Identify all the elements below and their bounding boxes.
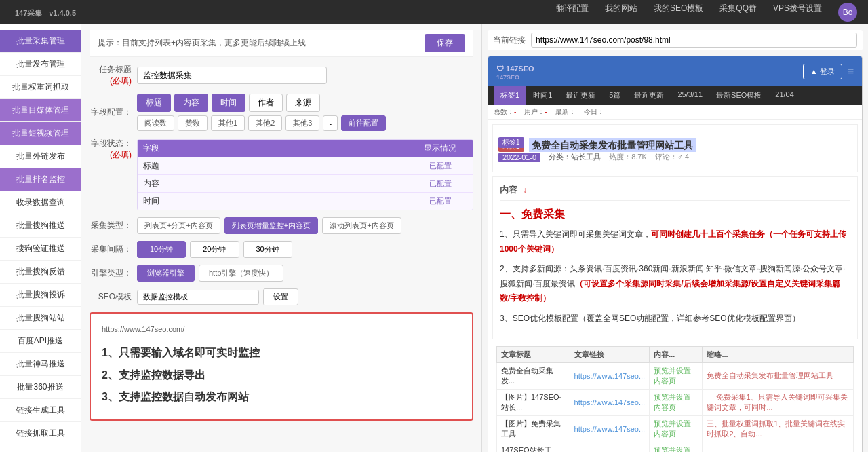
site-login-btn[interactable]: ▲ 登录: [803, 64, 842, 79]
nav-item-tag1[interactable]: 标签1: [494, 86, 526, 105]
field-buttons: 标题 内容 时间 作者 来源: [137, 94, 473, 112]
row1-action-link[interactable]: 预览并设置内容页: [654, 393, 691, 411]
seo-set-button[interactable]: 设置: [263, 288, 298, 305]
sidebar-item-publish[interactable]: 批量发布管理: [0, 53, 81, 76]
field-btn-title[interactable]: 标题: [137, 94, 171, 112]
row2-url-link[interactable]: https://www.147seo...: [574, 425, 646, 433]
field-btn-other2[interactable]: 其他2: [248, 115, 282, 131]
row1-url-link[interactable]: https://www.147seo...: [574, 398, 646, 407]
article-meta: 2022-01-0 分类：站长工具 热度：8.7K 评论：♂ 4: [498, 152, 852, 162]
sidebar-item-link-fetch[interactable]: 链接抓取工具: [0, 422, 81, 445]
row2-action-link[interactable]: 预览并设置内容页: [654, 419, 691, 438]
nav-item-date[interactable]: 25/3/11: [671, 86, 709, 105]
sidebar-item-media[interactable]: 批量目媒体管理: [0, 99, 81, 122]
nav-link-seo[interactable]: 我的SEO模板: [654, 3, 703, 22]
row3-url: https://www.147seo...: [570, 442, 650, 452]
site-preview: 🛡 147SEO 147SEO ▲ 登录 ≡ 标签1 时间1 最近更新 5篇 最…: [488, 56, 863, 452]
field-btn-content[interactable]: 内容: [174, 94, 208, 112]
preview-url: https://www.147seo.com/: [102, 323, 461, 337]
sidebar-item-360[interactable]: 批量360推送: [0, 376, 81, 399]
sidebar-item-collect[interactable]: 批量采集管理: [0, 30, 81, 53]
field-btn-source[interactable]: 来源: [286, 94, 320, 112]
nav-item-time1[interactable]: 时间1: [526, 86, 559, 105]
interval-10[interactable]: 10分钟: [137, 241, 186, 258]
nav-item-recent[interactable]: 最近更新: [559, 86, 602, 105]
minus-button[interactable]: -: [323, 115, 338, 131]
stat-user: 用户：-: [524, 107, 547, 117]
sidebar-item-weight[interactable]: 批量权重词抓取: [0, 76, 81, 99]
stat-latest: 最新：: [555, 107, 576, 117]
sidebar-item-sogou-station[interactable]: 批量搜狗站站: [0, 307, 81, 330]
nav-item-5[interactable]: 5篇: [602, 86, 627, 105]
interval-30[interactable]: 30分钟: [243, 241, 292, 258]
table-row-2: 【图片】免费采集工具 https://www.147seo... 预览并设置内容…: [497, 415, 854, 442]
nav-link-vps[interactable]: VPS拨号设置: [773, 3, 822, 22]
field-btn-other3[interactable]: 其他3: [285, 115, 319, 131]
sidebar-item-shenma[interactable]: 批量神马推送: [0, 353, 81, 376]
row3-action-link[interactable]: 预览并设置内容页: [654, 446, 691, 452]
content-h1: 一、免费采集: [500, 208, 850, 222]
site-menu-icon[interactable]: ≡: [848, 65, 854, 77]
nav-item-recent2[interactable]: 最近更新: [627, 86, 671, 105]
user-avatar[interactable]: Bo: [838, 3, 857, 22]
sidebar-item-link-gen[interactable]: 链接生成工具: [0, 399, 81, 422]
article-date-badge: 2022-01-0: [498, 153, 540, 162]
seo-template-input[interactable]: [137, 290, 259, 305]
preview-item-2: 3、支持监控数据自动发布网站: [102, 388, 461, 407]
sidebar-item-sogou-feedback[interactable]: 批量搜狗反馈: [0, 261, 81, 284]
row3-title: 147SEO站长工具...: [497, 442, 570, 452]
site-header: 🛡 147SEO 147SEO ▲ 登录 ≡: [488, 56, 862, 86]
collect-type-value: 列表页+分页+内容页 列表页增量监控+内容页 滚动列表页+内容页: [137, 217, 473, 234]
row0-content: 免费全自动采集发布批量管理网站工具: [703, 362, 854, 389]
task-title-row: 任务标题(必填): [90, 64, 473, 87]
stat-today: 今日：: [584, 107, 604, 117]
ct-scroll-content[interactable]: 滚动列表页+内容页: [322, 217, 401, 234]
row1-content: — 免费采集1、只需导入关键词即可采集关键词文章，可同时...: [703, 389, 854, 415]
sidebar-item-included[interactable]: 收录数据查询: [0, 191, 81, 214]
sidebar-item-sogou-complaint[interactable]: 批量搜狗投诉: [0, 284, 81, 307]
sidebar-item-baidu-api[interactable]: 百度API推送: [0, 330, 81, 353]
field-btn-other1[interactable]: 其他1: [211, 115, 245, 131]
sidebar-item-monitor[interactable]: 批量排名监控: [0, 168, 81, 191]
seo-template-label: SEO模板: [90, 291, 137, 303]
field-btn-likes[interactable]: 赞数: [178, 115, 208, 131]
task-title-value: [137, 67, 473, 84]
collect-type-label: 采集类型：: [90, 220, 137, 231]
nav-link-translate[interactable]: 翻译配置: [556, 3, 589, 22]
field-btn-reads[interactable]: 阅读数: [137, 115, 174, 131]
url-input[interactable]: [531, 33, 857, 48]
content-para1: 1、只需导入关键词即可采集关键词文章，可同时创建几十上百个采集任务（一个任务可支…: [500, 227, 850, 257]
sidebar-item-video[interactable]: 批量短视频管理: [0, 122, 81, 145]
hint-bar: 提示：目前支持列表+内容页采集，更多更能后续陆续上线 保存: [90, 30, 473, 57]
engine-browser[interactable]: 浏览器引擎: [137, 265, 195, 282]
row0-url-link[interactable]: https://www.147seo...: [574, 372, 646, 380]
nav-link-mysite[interactable]: 我的网站: [605, 3, 637, 22]
nav-item-21[interactable]: 21/04: [768, 86, 801, 105]
row0-action-link[interactable]: 预览并设置内容页: [654, 366, 691, 385]
engine-http[interactable]: http引擎（速度快）: [199, 265, 283, 282]
col-content: 内容...: [650, 346, 703, 362]
goto-config-button[interactable]: 前往配置: [341, 115, 386, 131]
row3-action: 预览并设置内容页: [650, 442, 703, 452]
field-status-row-0: 标题 已配置: [138, 157, 473, 174]
article-title-area: 时间1 免费全自动采集发布批量管理网站工具: [498, 140, 852, 152]
field-status-col1-header: 字段: [143, 143, 413, 154]
preview-item-0: 1、只需要输入域名即可实时监控: [102, 343, 461, 363]
task-title-input[interactable]: [137, 67, 327, 84]
preview-item-1: 2、支持监控数据导出: [102, 366, 461, 385]
sidebar-item-sogou-verify[interactable]: 搜狗验证推送: [0, 238, 81, 261]
interval-value: 10分钟 20分钟 30分钟: [137, 241, 473, 258]
field-status-header: 字段 显示情况: [138, 140, 473, 157]
ct-list-content[interactable]: 列表页+分页+内容页: [137, 217, 220, 234]
sidebar-item-external[interactable]: 批量外链发布: [0, 145, 81, 168]
field-btn-author[interactable]: 作者: [249, 94, 283, 112]
nav-item-seo-tpl[interactable]: 最新SEO模板: [709, 86, 768, 105]
interval-20[interactable]: 20分钟: [190, 241, 239, 258]
sidebar-item-sogou-push[interactable]: 批量搜狗推送: [0, 214, 81, 238]
ct-monitor-content[interactable]: 列表页增量监控+内容页: [224, 217, 318, 234]
seo-template-row: SEO模板 设置: [90, 288, 473, 305]
save-button[interactable]: 保存: [425, 34, 465, 52]
table-row-3: 147SEO站长工具... https://www.147seo... 预览并设…: [497, 442, 854, 452]
field-btn-time[interactable]: 时间: [212, 94, 245, 112]
nav-link-qq[interactable]: 采集QQ群: [719, 3, 757, 22]
